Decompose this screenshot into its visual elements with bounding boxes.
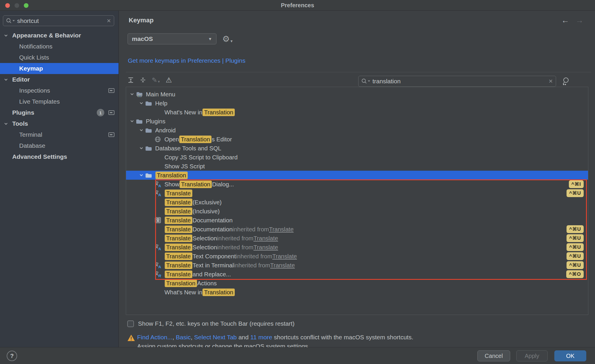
keymap-row-translate[interactable]: ATranslate^⌘U: [126, 189, 588, 198]
action-text-match: Translate: [165, 199, 192, 206]
keymap-row-show-translation-dialog[interactable]: AShow Translation Dialog...^⌘I: [126, 180, 588, 189]
chevron-down-icon[interactable]: [4, 78, 8, 81]
shortcut-badge: ^⌘U: [567, 243, 584, 251]
expand-all-icon[interactable]: [127, 77, 134, 84]
sidebar-item-tools[interactable]: Tools: [0, 118, 119, 129]
action-text: and Replace...: [193, 271, 231, 278]
preferences-window: Preferences ✕ Appearance & BehaviorNotif…: [0, 0, 595, 364]
shortcut-badge: ^⌘U: [567, 234, 584, 242]
keymap-row-translation-actions[interactable]: Translation Actions: [126, 279, 588, 288]
cancel-button[interactable]: Cancel: [477, 350, 510, 361]
sidebar-item-advanced-settings[interactable]: Advanced Settings: [0, 151, 119, 162]
sidebar-item-terminal[interactable]: Terminal: [0, 129, 119, 140]
keymap-settings-panel: Keymap ← → macOS ▼ ⚙ ▼ Get more keymaps …: [119, 11, 595, 347]
keymap-row-help[interactable]: Help: [126, 99, 588, 108]
keymap-row-copy-js-script-to-clipboard[interactable]: Copy JS Script to Clipboard: [126, 153, 588, 162]
action-text-match: Translate: [165, 271, 192, 278]
action-text: Actions: [197, 280, 217, 287]
sidebar-item-quick-lists[interactable]: Quick Lists: [0, 52, 119, 63]
translate-replace-icon: R: [155, 271, 162, 278]
open-in-popup-icon[interactable]: [108, 110, 114, 115]
conflict-action-link[interactable]: 11 more: [250, 334, 272, 340]
help-button[interactable]: ?: [7, 351, 17, 361]
chevron-down-icon[interactable]: [130, 120, 134, 122]
chevron-down-icon[interactable]: [139, 147, 143, 149]
action-text: Translate: [253, 244, 278, 251]
clear-search-icon[interactable]: ✕: [107, 18, 111, 24]
keymap-row-translate-inclusive[interactable]: Translate (Inclusive): [126, 207, 588, 216]
shortcut-badge: ^⌘I: [569, 180, 584, 188]
keymap-row-what-s-new-in-translation-1[interactable]: What's New in Translation: [126, 288, 588, 297]
action-text: s Editor: [212, 136, 232, 143]
keymap-row-translate-selection-inherited-from-tr[interactable]: Translate Selection inherited from Trans…: [126, 234, 588, 243]
keymap-row-plugins[interactable]: Plugins: [126, 117, 588, 126]
keymap-row-translate-text-component-inherited-fro[interactable]: Translate Text Component inherited from …: [126, 252, 588, 261]
sidebar-item-label: Tools: [12, 120, 28, 127]
keymap-row-translate-selection-inherited-from-tr-1[interactable]: ATranslate Selection inherited from Tran…: [126, 243, 588, 252]
find-by-shortcut-icon[interactable]: [561, 77, 570, 87]
back-arrow-icon[interactable]: ←: [561, 16, 569, 25]
action-text-match: Translate: [165, 190, 192, 197]
show-conflicts-icon[interactable]: ⚠: [166, 76, 172, 84]
sidebar-item-label: Keymap: [19, 65, 43, 72]
get-more-keymaps-link[interactable]: Get more keymaps in Preferences | Plugin…: [128, 57, 245, 64]
keymap-row-show-js-script[interactable]: Show JS Script: [126, 162, 588, 171]
chevron-down-icon[interactable]: [4, 34, 8, 37]
sidebar-item-notifications[interactable]: Notifications: [0, 41, 119, 52]
keymap-row-translate-documentation[interactable]: Translate Documentation: [126, 216, 588, 225]
search-icon: [361, 78, 370, 84]
open-in-popup-icon[interactable]: [108, 88, 114, 93]
shortcut-badge: ^⌘O: [566, 270, 584, 278]
keymap-row-translate-exclusive[interactable]: Translate (Exclusive): [126, 198, 588, 207]
sidebar-item-plugins[interactable]: Plugins1: [0, 107, 119, 118]
conflict-action-link[interactable]: Basic: [176, 334, 191, 340]
keymap-options-button[interactable]: ⚙ ▼: [222, 33, 233, 44]
keymap-row-android[interactable]: Android: [126, 126, 588, 135]
action-text-match: Translate: [165, 226, 192, 233]
svg-text:R: R: [158, 274, 161, 278]
sidebar-item-inspections[interactable]: Inspections: [0, 85, 119, 96]
touchbar-checkbox[interactable]: [127, 320, 134, 327]
sidebar-item-appearance-behavior[interactable]: Appearance & Behavior: [0, 30, 119, 41]
action-text-match: Translation: [155, 172, 188, 179]
chevron-down-icon[interactable]: [139, 174, 143, 176]
edit-shortcut-icon: ✎▼: [152, 76, 160, 84]
keymap-row-translate-text-in-terminal-inherited-f[interactable]: ATranslate Text in Terminal inherited fr…: [126, 261, 588, 270]
conflict-action-link[interactable]: Find Action...: [137, 334, 172, 340]
keymap-row-main-menu[interactable]: Main Menu: [126, 90, 588, 99]
settings-search-box[interactable]: ✕: [3, 15, 114, 26]
action-text: Help: [155, 100, 167, 107]
sidebar-item-live-templates[interactable]: Live Templates: [0, 96, 119, 107]
keymap-row-translation[interactable]: Translation: [126, 171, 588, 180]
action-text: Dialog...: [212, 181, 234, 188]
keymap-search-box[interactable]: ✕: [358, 76, 556, 87]
action-text: Open: [164, 136, 179, 143]
keymap-row-what-s-new-in-translation[interactable]: What's New in Translation: [126, 108, 588, 117]
chevron-down-icon[interactable]: [4, 122, 8, 125]
clear-search-icon[interactable]: ✕: [549, 78, 553, 84]
collapse-all-icon[interactable]: [139, 77, 146, 84]
chevron-down-icon[interactable]: [139, 129, 143, 131]
ok-button[interactable]: OK: [554, 350, 586, 361]
keymap-scheme-dropdown[interactable]: macOS ▼: [128, 33, 216, 44]
open-in-popup-icon[interactable]: [108, 132, 114, 137]
sidebar-item-editor[interactable]: Editor: [0, 74, 119, 85]
keymap-search-input[interactable]: [370, 78, 549, 85]
sidebar-item-database[interactable]: Database: [0, 140, 119, 151]
chevron-down-icon[interactable]: [139, 102, 143, 104]
conflict-text: and: [237, 334, 250, 340]
keymap-row-translate-documentation-inherited-from[interactable]: Translate Documentation inherited from T…: [126, 225, 588, 234]
action-text: Plugins: [146, 118, 165, 125]
plugins-update-badge: 1: [97, 109, 104, 116]
conflict-action-link[interactable]: Select Next Tab: [194, 334, 237, 340]
search-icon: [6, 18, 15, 24]
settings-sidebar: ✕ Appearance & BehaviorNotificationsQuic…: [0, 11, 119, 347]
shortcut-badge: ^⌘U: [567, 225, 584, 233]
keymap-row-translate-and-replace[interactable]: RTranslate and Replace...^⌘O: [126, 270, 588, 279]
settings-search-input[interactable]: [15, 17, 107, 24]
sidebar-item-keymap[interactable]: Keymap: [0, 63, 119, 74]
keymap-row-open-translation-s-editor[interactable]: Open Translations Editor: [126, 135, 588, 144]
keymap-row-database-tools-and-sql[interactable]: Database Tools and SQL: [126, 144, 588, 153]
chevron-down-icon[interactable]: [130, 93, 134, 95]
keymap-actions-tree: Main MenuHelpWhat's New in TranslationPl…: [126, 87, 588, 315]
